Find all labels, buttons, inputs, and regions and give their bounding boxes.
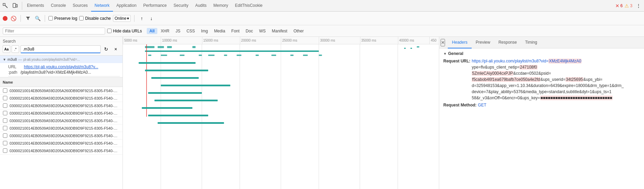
device-toolbar-icon[interactable] <box>11 2 19 10</box>
regex-button[interactable]: .* <box>12 45 19 53</box>
request-method-label: Request Method: <box>443 102 476 108</box>
tab-memory[interactable]: Memory <box>210 0 231 12</box>
request-url-highlight-4: f5cabob46f1ea679bafb7ce050a4e2fd <box>472 77 540 82</box>
tab-response[interactable]: Response <box>494 37 521 48</box>
request-url-line-2: ype=flv&ups_client_netip=247108f0 <box>472 65 537 70</box>
separator-2 <box>45 15 45 22</box>
svg-rect-33 <box>148 92 202 94</box>
filter-button[interactable] <box>24 15 32 22</box>
tab-performance[interactable]: Performance <box>140 0 170 12</box>
detail-close-button[interactable]: × <box>441 39 445 46</box>
tab-preview[interactable]: Preview <box>472 37 495 48</box>
filter-type-media[interactable]: Media <box>211 28 228 34</box>
svg-rect-18 <box>180 55 185 56</box>
network-items-list[interactable]: 03000210014EB0509A59D205A260DB9D9F9215-8… <box>0 87 123 189</box>
svg-rect-12 <box>158 46 164 48</box>
tab-network[interactable]: Network <box>91 0 113 12</box>
item-checkbox[interactable] <box>3 96 8 100</box>
network-throttle-select[interactable]: Online ▾ <box>113 15 131 22</box>
list-item[interactable]: 03000210014EB0509A59D205A260DB9D9F9215-8… <box>0 125 123 132</box>
devtools-window: Elements Console Sources Network Applica… <box>0 0 644 189</box>
svg-rect-36 <box>148 115 208 116</box>
filter-type-other[interactable]: Other <box>291 28 306 34</box>
tab-console[interactable]: Console <box>47 0 69 12</box>
m3u8-details: URL https://pl-ali.youku.com/playlist/m3… <box>0 63 123 77</box>
list-item[interactable]: 03000210014EB0509A59D205A260DB9D9F9215-8… <box>0 87 123 94</box>
item-name: 03000210014EB0509A59D205A260DB9D9F9215-8… <box>10 96 120 100</box>
svg-rect-21 <box>224 55 227 56</box>
tab-audits[interactable]: Audits <box>192 0 210 12</box>
preserve-log-label[interactable]: Preserve log <box>48 16 77 21</box>
path-value: /playlist/m3u8?vid=XMzE4Mjk4MzA0... <box>20 70 91 75</box>
hide-data-urls-label[interactable]: Hide data URLs <box>107 29 142 33</box>
item-checkbox[interactable] <box>3 111 8 115</box>
svg-rect-34 <box>155 100 218 101</box>
tab-application[interactable]: Application <box>113 0 140 12</box>
warn-badge: ⚠ 3 <box>625 3 632 9</box>
filter-type-js[interactable]: JS <box>173 28 183 34</box>
item-checkbox[interactable] <box>3 133 8 138</box>
filter-types: All XHR JS CSS Img Media Font Doc WS Man… <box>147 28 306 34</box>
svg-rect-30 <box>145 70 208 71</box>
filter-type-img[interactable]: Img <box>198 28 211 34</box>
search-refresh-button[interactable]: ↻ <box>102 45 110 53</box>
search-input[interactable] <box>20 45 101 53</box>
top-bar-right: ✕ 6 ⚠ 3 ⋮ <box>615 2 643 10</box>
list-item[interactable]: 03000210014EB0509A59D205A260DB9D9F9215-8… <box>0 94 123 102</box>
filter-type-font[interactable]: Font <box>229 28 242 34</box>
item-checkbox[interactable] <box>3 148 8 153</box>
url-row: URL https://pl-ali.youku.com/playlist/m3… <box>8 64 120 69</box>
list-item[interactable]: 03000210014EB0509A59D205A260DB9D9F9215-8… <box>0 110 123 117</box>
filter-type-xhr[interactable]: XHR <box>158 28 172 34</box>
filter-type-ws[interactable]: WS <box>256 28 268 34</box>
tab-timing[interactable]: Timing <box>521 37 541 48</box>
disable-cache-checkbox[interactable] <box>79 16 84 20</box>
disable-cache-label[interactable]: Disable cache <box>79 16 111 21</box>
upload-button[interactable]: ↑ <box>138 15 145 22</box>
tab-headers[interactable]: Headers <box>448 37 471 48</box>
item-checkbox[interactable] <box>3 88 8 93</box>
list-item[interactable]: 03000210014EB0509A59D205A260DB9D9F9215-8… <box>0 147 123 155</box>
list-item[interactable]: 03000210014EB0509A59D205A260DB9D9F9215-8… <box>0 132 123 140</box>
item-name: 03000210014EB0509A59D205A260DB9D9F9215-8… <box>10 141 120 145</box>
network-list-header: Name <box>0 77 123 87</box>
search-close-button[interactable]: × <box>112 45 120 53</box>
search-button[interactable]: 🔍 <box>34 15 41 22</box>
m3u8-main-row[interactable]: ▼ m3u8 — pl-ali.youku.com/playlist/m3u8?… <box>0 56 123 63</box>
warn-icon: ⚠ <box>625 3 629 9</box>
tab-elements[interactable]: Elements <box>24 0 47 12</box>
svg-rect-26 <box>303 55 308 56</box>
tab-security[interactable]: Security <box>170 0 192 12</box>
list-item[interactable]: 03000210014EB0509A59D205A260DB9D9F9215-8… <box>0 117 123 125</box>
request-url-highlight-3: 5ZmleCAiy0004cxPJP <box>472 71 513 76</box>
svg-rect-40 <box>417 46 419 47</box>
item-checkbox[interactable] <box>3 141 8 145</box>
waterfall-chart <box>123 44 439 189</box>
filter-type-doc[interactable]: Doc <box>243 28 256 34</box>
more-options-button[interactable]: ⋮ <box>634 2 643 10</box>
item-checkbox[interactable] <box>3 118 8 123</box>
tick-5000: 5000 ms <box>123 37 137 44</box>
list-item[interactable]: 03000210014EB0509A59D205A260DB9D9F9215-8… <box>0 102 123 110</box>
hide-data-urls-checkbox[interactable] <box>107 29 112 33</box>
match-case-button[interactable]: Aa <box>3 45 10 53</box>
filter-type-css[interactable]: CSS <box>184 28 198 34</box>
tab-editthiscookie[interactable]: EditThisCookie <box>232 0 266 12</box>
separator-3 <box>134 15 134 22</box>
filter-input[interactable] <box>3 28 105 34</box>
filter-type-all[interactable]: All <box>147 28 157 34</box>
item-checkbox[interactable] <box>3 103 8 108</box>
clear-button[interactable]: 🚫 <box>10 15 17 22</box>
tab-sources[interactable]: Sources <box>69 0 91 12</box>
svg-rect-11 <box>145 46 155 48</box>
record-button[interactable] <box>3 16 8 21</box>
tick-15000: 15000 ms <box>202 37 218 44</box>
preserve-log-checkbox[interactable] <box>48 16 53 20</box>
item-checkbox[interactable] <box>3 126 8 130</box>
svg-rect-37 <box>158 122 224 124</box>
svg-rect-3 <box>16 4 17 7</box>
inspect-icon[interactable] <box>1 2 10 10</box>
list-item[interactable]: 03000210014EB0509A59D205A260DB9D9F9215-8… <box>0 140 123 147</box>
download-button[interactable]: ↓ <box>147 15 155 22</box>
filter-type-manifest[interactable]: Manifest <box>269 28 290 34</box>
